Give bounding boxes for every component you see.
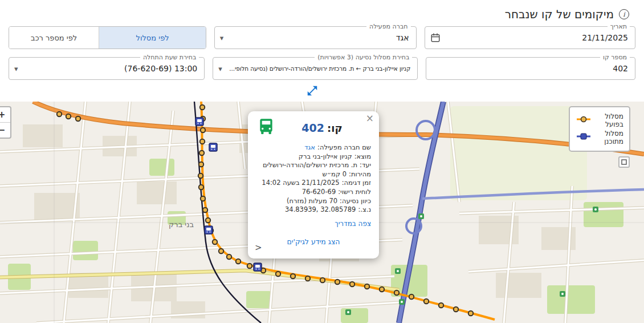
geek-info-link[interactable]: הצג מידע לגיק'ים bbox=[256, 237, 371, 246]
line-number: 402 bbox=[301, 122, 324, 134]
date-field-value: 21/11/2025 bbox=[425, 27, 635, 49]
calendar-icon[interactable] bbox=[430, 33, 441, 43]
line-number-label: מספר קו bbox=[600, 54, 630, 61]
popup-details: שם חברה מפעילה: אגד מוצא: קניון איילון-ב… bbox=[256, 143, 371, 215]
page-header: i מיקומים של קו שנבחר bbox=[0, 0, 644, 23]
zoom-in-button[interactable]: + bbox=[0, 107, 10, 122]
filters-row-1: תאריך 21/11/2025 חברה מפעילה ▾ אגד לפי מ… bbox=[9, 26, 635, 49]
filters-row-2: מספר קו 402 בחירת מסלול נסיעה (3 אפשרויו… bbox=[9, 57, 635, 80]
popup-row-license-plate: לוחית רישוי: 76-620-69 bbox=[256, 188, 371, 197]
legend-row-actual: מסלול בפועל bbox=[576, 112, 623, 129]
legend-row-planned: מסלול מתוכנן bbox=[576, 129, 623, 146]
toggle-by-vehicle[interactable]: לפי מספר רכב bbox=[9, 27, 99, 49]
date-field[interactable]: תאריך 21/11/2025 bbox=[425, 26, 635, 49]
toolbar bbox=[0, 84, 644, 97]
popup-row-coordinates: נ.צ.: 34.83939, 32.085789 bbox=[256, 205, 371, 215]
legend-actual-label: מסלול בפועל bbox=[592, 112, 623, 128]
prev-arrow-icon[interactable]: < bbox=[254, 241, 263, 254]
city-label: בני ברק bbox=[169, 220, 194, 229]
popup-row-operator: שם חברה מפעילה: אגד bbox=[256, 143, 371, 152]
map-layers-button[interactable] bbox=[618, 156, 630, 168]
start-time-select[interactable]: בחירת שעת התחלה ▾ 13:00 (76-620-69) bbox=[9, 57, 205, 80]
zoom-out-button[interactable]: − bbox=[0, 122, 10, 138]
line-prefix: קו: bbox=[327, 122, 343, 134]
layers-icon bbox=[621, 159, 627, 165]
popup-row-bearing: כיוון נסיעה: 70 מעלות (מזרח) bbox=[256, 197, 371, 206]
info-icon[interactable]: i bbox=[619, 9, 629, 19]
legend-planned-label: מסלול מתוכנן bbox=[592, 130, 623, 146]
operator-select-label: חברה מפעילה bbox=[366, 23, 411, 30]
zoom-control: + − bbox=[0, 106, 11, 139]
bus-icon bbox=[257, 118, 275, 136]
toggle-by-route[interactable]: לפי מסלול bbox=[99, 27, 205, 49]
map-legend: מסלול בפועל מסלול מתוכנן bbox=[569, 106, 630, 152]
route-select[interactable]: בחירת מסלול נסיעה (3 אפשרויות) ▾ קניון א… bbox=[213, 57, 418, 80]
actual-route-icon bbox=[576, 115, 592, 126]
popup-row-sample-time: זמן דגימה: 21/11/2025 בשעה 14:02 bbox=[256, 179, 371, 188]
expand-map-button[interactable] bbox=[306, 84, 319, 97]
route-select-label: בחירת מסלול נסיעה (3 אפשרויות) bbox=[315, 54, 412, 61]
page-title: מיקומים של קו שנבחר bbox=[505, 7, 614, 21]
map[interactable]: בני ברק + − מסלול בפועל מסלול מתוכנן bbox=[0, 102, 644, 323]
vehicle-popup: × קו:402 שם חברה מפעילה: אגד מוצא: קניון… bbox=[248, 111, 379, 259]
operator-link[interactable]: אגד bbox=[304, 143, 315, 152]
popup-row-destination: יעד: ת. מרכזית ירושלים/הורדה-ירושלים bbox=[256, 161, 371, 170]
guide-link[interactable]: צפה במדריך bbox=[256, 220, 371, 228]
popup-header: קו:402 bbox=[256, 117, 371, 140]
line-number-field[interactable]: מספר קו 402 bbox=[426, 57, 635, 80]
operator-select[interactable]: חברה מפעילה ▾ אגד bbox=[214, 26, 417, 49]
filters-panel: תאריך 21/11/2025 חברה מפעילה ▾ אגד לפי מ… bbox=[9, 26, 635, 80]
view-toggle-group: לפי מסלול לפי מספר רכב bbox=[9, 26, 206, 49]
open-fields bbox=[450, 106, 587, 200]
start-time-label: בחירת שעת התחלה bbox=[140, 54, 199, 61]
open-in-full-icon bbox=[306, 84, 319, 97]
date-field-label: תאריך bbox=[608, 23, 630, 30]
planned-route-icon bbox=[576, 132, 592, 143]
popup-row-speed: מהירות: 0 קמ״ש bbox=[256, 170, 371, 179]
popup-row-origin: מוצא: קניון איילון-בני ברק bbox=[256, 152, 371, 161]
app-root: i מיקומים של קו שנבחר תאריך 21/11/2025 ח… bbox=[0, 0, 644, 323]
